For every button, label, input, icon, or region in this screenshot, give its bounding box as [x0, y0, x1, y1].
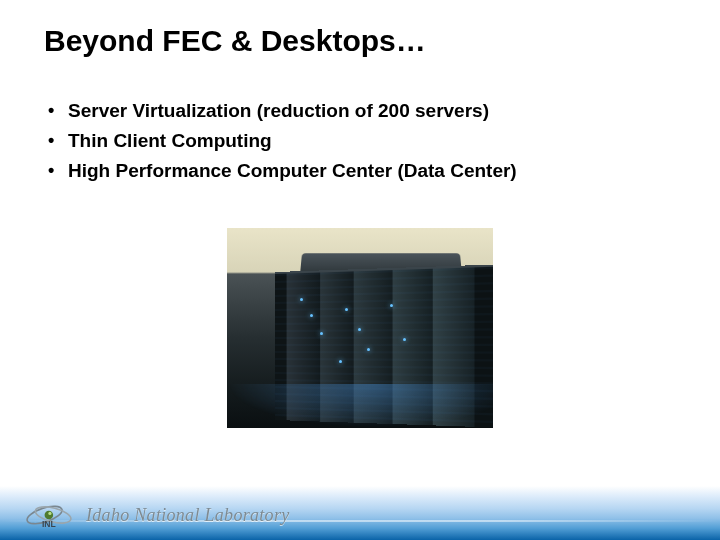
footer-org-name: Idaho National Laboratory — [86, 505, 290, 526]
slide-title: Beyond FEC & Desktops… — [44, 24, 426, 58]
server-photo — [227, 228, 493, 428]
slide: Beyond FEC & Desktops… Server Virtualiza… — [0, 0, 720, 540]
bullet-item: High Performance Computer Center (Data C… — [48, 160, 672, 182]
svg-point-3 — [48, 512, 51, 515]
bullet-item: Server Virtualization (reduction of 200 … — [48, 100, 672, 122]
inl-logo-mark-icon: INL — [24, 500, 78, 530]
inl-logo: INL Idaho National Laboratory — [24, 500, 290, 530]
svg-point-2 — [45, 511, 54, 520]
logo-abbrev: INL — [42, 519, 56, 529]
bullet-item: Thin Client Computing — [48, 130, 672, 152]
bullet-list: Server Virtualization (reduction of 200 … — [48, 100, 672, 190]
footer: INL Idaho National Laboratory — [0, 462, 720, 540]
server-rack-illustration — [227, 228, 493, 428]
